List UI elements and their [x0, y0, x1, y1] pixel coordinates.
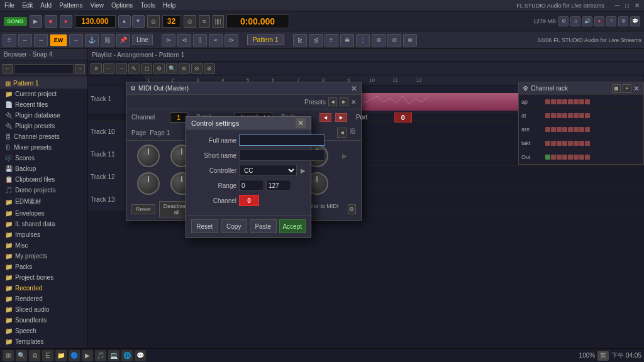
snap-btn[interactable]: ⊕ [372, 34, 386, 47]
sidebar-item-templates[interactable]: 📁 Templates [0, 336, 87, 347]
arrange-btn5[interactable]: ⊳ [225, 34, 238, 47]
dialog-header[interactable]: Control settings ✕ [186, 117, 311, 129]
record-btn[interactable]: ● [60, 15, 72, 28]
cr-btn-ap-4[interactable] [562, 99, 567, 104]
maximize-btn[interactable]: □ [623, 1, 631, 9]
taskbar-pin-3[interactable]: 🔵 [69, 350, 80, 361]
sidebar-item-packs[interactable]: 📁 Packs [0, 261, 87, 272]
cr-btn-ap-7[interactable] [579, 99, 584, 104]
menu-options[interactable]: Options [109, 1, 135, 9]
range-max-input[interactable] [266, 180, 291, 191]
cr-btn-at-3[interactable] [557, 113, 562, 118]
master-pitch-knob[interactable]: ◎ [184, 15, 196, 28]
sidebar-item-soundfonts[interactable]: 📁 Soundfonts [0, 315, 87, 326]
cr-btn-at-5[interactable] [568, 113, 573, 118]
sidebar-fwd-btn[interactable]: → [75, 64, 85, 74]
cr-btn-takt-5[interactable] [568, 141, 573, 146]
sidebar-item-il-shared[interactable]: 📁 IL shared data [0, 219, 87, 229]
cr-btn-are-7[interactable] [579, 127, 584, 132]
menu-file[interactable]: File [3, 1, 16, 9]
toolbar2-chain-btn[interactable]: ⛓ [101, 34, 114, 47]
cr-btn-out-8[interactable] [585, 155, 590, 160]
presets-close-icon[interactable]: ✕ [351, 99, 356, 106]
pl-btn-1[interactable]: ≡ [91, 63, 102, 74]
pl-btn-9[interactable]: ⊘ [191, 63, 203, 74]
sidebar-item-current-project[interactable]: 📁 Current project [0, 89, 87, 99]
line-mode-label[interactable]: Line [132, 35, 153, 45]
magnet-btn[interactable]: ⊘ [387, 34, 401, 47]
reset-btn[interactable]: Reset [191, 219, 218, 233]
midi-panel-header[interactable]: ⚙ MIDI Out (Master) ✕ [126, 82, 361, 95]
cr-btn-ap-3[interactable] [557, 99, 562, 104]
cr-btn-ap-1[interactable] [545, 99, 550, 104]
cr-btn-takt-3[interactable] [557, 141, 562, 146]
toolbar2-browser-btn[interactable]: ≡ [3, 34, 16, 47]
cr-btn-at-6[interactable] [574, 113, 579, 118]
cr-close-btn[interactable]: ✕ [633, 84, 640, 93]
knob-1[interactable] [137, 145, 160, 167]
sidebar-item-channel-presets[interactable]: 🎛 Channel presets [0, 131, 87, 142]
toolbar2-ew-btn[interactable]: EW [50, 34, 67, 47]
page-prev-btn[interactable]: ◄ [337, 128, 347, 138]
pattern-label[interactable]: Pattern 1 [247, 35, 284, 45]
sidebar-item-clipboard[interactable]: 📋 Clipboard files [0, 174, 87, 185]
copy-btn[interactable]: Copy [221, 219, 248, 233]
cr-btn-at-4[interactable] [562, 113, 567, 118]
song-mode-btn[interactable]: SONG [4, 17, 27, 26]
menu-add[interactable]: Add [38, 1, 53, 9]
cr-btn-at-2[interactable] [551, 113, 556, 118]
cr-btn-ap-6[interactable] [574, 99, 579, 104]
reset-all-btn[interactable]: Reset [131, 204, 155, 214]
quantize-btn1[interactable]: ⊵ [293, 34, 307, 47]
sidebar-item-mixer-presets[interactable]: 🎚 Mixer presets [0, 142, 87, 153]
bank-btn-2[interactable]: ► [335, 113, 347, 122]
taskbar-pin-5[interactable]: 🎵 [95, 350, 106, 361]
menu-patterns[interactable]: Patterns [57, 1, 84, 9]
pl-btn-8[interactable]: ⊕ [179, 63, 190, 74]
toolbar2-plug-btn[interactable]: ⚓ [85, 34, 99, 47]
settings-icon[interactable]: ⚙ [618, 16, 628, 26]
bpm-down-btn[interactable]: ▼ [132, 15, 145, 28]
minimize-btn[interactable]: ─ [613, 1, 621, 9]
help-icon[interactable]: ? [606, 16, 616, 26]
pl-btn-6[interactable]: ⚙ [153, 63, 165, 74]
pl-btn-2[interactable]: ← [103, 63, 114, 74]
sidebar-item-plugin-presets[interactable]: 🔌 Plugin presets [0, 121, 87, 131]
cr-btn-are-3[interactable] [557, 127, 562, 132]
sidebar-item-recent-files[interactable]: 📄 Recent files [0, 99, 87, 110]
knob-7[interactable] [137, 172, 160, 195]
presets-next-btn[interactable]: ► [340, 97, 348, 106]
tool-btn[interactable]: ⊗ [403, 34, 417, 47]
cr-btn-are-4[interactable] [562, 127, 567, 132]
search-taskbar-btn[interactable]: 🔍 [16, 350, 27, 361]
sidebar-item-rendered[interactable]: 📁 Rendered [0, 293, 87, 304]
pl-btn-10[interactable]: ⊗ [204, 63, 215, 74]
toolbar2-fwd-btn[interactable]: → [34, 34, 48, 47]
sidebar-back-btn[interactable]: ← [3, 64, 13, 74]
master-vol-knob[interactable]: ◎ [147, 15, 160, 28]
chat-icon[interactable]: 💬 [630, 16, 640, 26]
cr-vis-btn[interactable]: ▦ [612, 84, 621, 93]
expand-btn[interactable]: ► [339, 145, 350, 167]
toolbar2-link-btn[interactable]: → [69, 34, 83, 47]
quantize-btn3[interactable]: ≡ [325, 34, 338, 47]
cr-btn-are-8[interactable] [585, 127, 590, 132]
menu-view[interactable]: View [88, 1, 106, 9]
quantize-btn2[interactable]: ⊴ [309, 34, 323, 47]
sidebar-item-plugin-db[interactable]: 🔌 Plugin database [0, 110, 87, 121]
play-btn[interactable]: ▶ [30, 15, 42, 28]
arrange-btn4[interactable]: ≈ [209, 34, 223, 47]
sidebar-item-envelopes[interactable]: 📁 Envelopes [0, 208, 87, 219]
sidebar-item-impulses[interactable]: 📁 Impulses [0, 229, 87, 240]
midi-panel-close[interactable]: ✕ [351, 84, 357, 93]
taskbar-pin-6[interactable]: 💻 [108, 350, 119, 361]
range-min-input[interactable] [239, 180, 264, 191]
cr-btn-out-3[interactable] [557, 155, 562, 160]
taskbar-pin-2[interactable]: 📁 [55, 350, 67, 361]
sidebar-item-backup[interactable]: 💾 Backup [0, 163, 87, 174]
sidebar-item-pattern[interactable]: ▦ Pattern 1 [0, 78, 87, 89]
port-value[interactable]: 0 [394, 112, 412, 123]
cr-btn-takt-7[interactable] [579, 141, 584, 146]
cr-btn-at-7[interactable] [579, 113, 584, 118]
toolbar2-pin-btn[interactable]: 📌 [116, 34, 130, 47]
